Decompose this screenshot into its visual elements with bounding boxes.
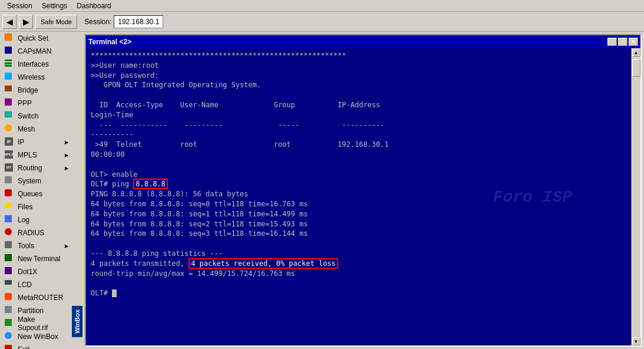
sidebar-item-log[interactable]: Log <box>0 213 72 226</box>
sidebar-item-meta-router[interactable]: MetaROUTER <box>0 291 72 304</box>
sidebar-label-lcd: LCD <box>18 281 32 289</box>
forward-icon: ▶ <box>23 17 29 27</box>
menu-session[interactable]: Session <box>2 1 37 11</box>
system-icon <box>5 176 14 186</box>
switch-icon <box>5 111 14 121</box>
sidebar-label-interfaces: Interfaces <box>18 60 49 68</box>
session-ip: 192.168.30.1 <box>114 15 163 28</box>
sidebar-item-radius[interactable]: RADIUS <box>0 226 72 239</box>
sidebar-item-system[interactable]: System <box>0 174 72 187</box>
sidebar-label-exit: Exit <box>18 345 29 349</box>
sidebar-item-new-terminal[interactable]: New Terminal <box>0 252 72 265</box>
enable-cmd: OLT> enable <box>91 170 137 179</box>
scroll-up-button[interactable]: ▲ <box>632 48 640 57</box>
terminal-minimize-button[interactable]: _ <box>607 38 617 46</box>
terminal-body[interactable]: Foro ISP *******************************… <box>86 48 631 345</box>
sidebar-label-dot1x: Dot1X <box>18 268 37 276</box>
sidebar: Quick Set CAPsMAN Interfaces Wireless Br… <box>0 32 82 349</box>
toolbar: ◀ ▶ Safe Mode Session: 192.168.30.1 <box>0 12 644 32</box>
ping-target-highlight: 8.8.8.8 <box>133 179 168 189</box>
sidebar-label-meta-router: MetaROUTER <box>18 294 63 302</box>
scroll-track[interactable] <box>632 57 640 337</box>
sidebar-label-tools: Tools <box>18 242 34 250</box>
terminal-controls: _ □ ✕ <box>607 38 638 46</box>
make-supout-icon <box>5 319 14 328</box>
sidebar-label-queues: Queues <box>18 190 42 198</box>
sidebar-item-switch[interactable]: Switch <box>0 110 72 123</box>
terminal-maximize-button[interactable]: □ <box>618 38 628 46</box>
sidebar-item-interfaces[interactable]: Interfaces <box>0 58 72 71</box>
login-pass: >>User password: <box>91 71 159 80</box>
sidebar-item-tools[interactable]: Tools <box>0 239 72 252</box>
new-winbox-icon <box>5 332 14 341</box>
ip-icon: IP <box>5 137 14 147</box>
terminal-window: Terminal <2> _ □ ✕ Foro ISP ************… <box>85 34 642 347</box>
sidebar-item-exit[interactable]: Exit <box>0 343 72 349</box>
sidebar-item-make-supout[interactable]: Make Supout.rif <box>0 317 72 330</box>
sidebar-item-files[interactable]: Files <box>0 200 72 213</box>
sidebar-item-mesh[interactable]: Mesh <box>0 123 72 136</box>
sidebar-label-ip: IP <box>18 138 24 146</box>
sidebar-item-queues[interactable]: Queues <box>0 187 72 200</box>
rtt-line: round-trip min/avg/max = 14.499/15.724/1… <box>91 269 295 278</box>
sidebar-label-switch: Switch <box>18 112 38 120</box>
sidebar-label-mpls: MPLS <box>18 151 37 159</box>
ping-line1: PING 8.8.8.8 (8.8.8.8): 56 data bytes <box>91 190 248 198</box>
routing-icon: RT <box>5 163 14 173</box>
sidebar-label-ppp: PPP <box>18 99 32 107</box>
menu-settings[interactable]: Settings <box>37 1 72 11</box>
log-icon <box>5 215 14 225</box>
back-icon: ◀ <box>6 17 13 27</box>
sidebar-label-files: Files <box>18 203 32 211</box>
wireless-icon <box>5 73 14 82</box>
sidebar-label-radius: RADIUS <box>18 229 44 237</box>
forward-button[interactable]: ▶ <box>19 15 33 29</box>
menu-dashboard[interactable]: Dashboard <box>72 1 116 11</box>
session-label: Session: <box>84 18 111 26</box>
terminal-title-area: Terminal <2> <box>88 38 131 46</box>
result-highlight: 4 packets received, 0% packet loss <box>189 258 338 269</box>
sidebar-item-dot1x[interactable]: Dot1X <box>0 265 72 278</box>
lcd-icon <box>5 280 14 289</box>
sidebar-item-routing[interactable]: RT Routing <box>0 162 72 174</box>
sidebar-label-new-terminal: New Terminal <box>18 255 60 263</box>
winbox-tab[interactable]: WinBox <box>72 306 82 337</box>
files-icon <box>5 202 14 212</box>
sidebar-label-wireless: Wireless <box>18 73 45 81</box>
sidebar-item-ip[interactable]: IP IP <box>0 136 72 149</box>
sidebar-item-mpls[interactable]: MPLS MPLS <box>0 149 72 162</box>
radius-icon <box>5 228 14 238</box>
capsman-icon <box>5 47 14 56</box>
sidebar-item-lcd[interactable]: LCD <box>0 278 72 291</box>
sidebar-item-capsman[interactable]: CAPsMAN <box>0 45 72 58</box>
sidebar-item-ppp[interactable]: PPP <box>0 97 72 110</box>
sidebar-item-new-winbox[interactable]: New WinBox <box>0 330 72 343</box>
main-layout: Quick Set CAPsMAN Interfaces Wireless Br… <box>0 32 644 349</box>
partition-icon <box>5 306 14 315</box>
sidebar-item-bridge[interactable]: Bridge <box>0 84 72 97</box>
ping-line4: 64 bytes from 8.8.8.8: seq=2 ttl=118 tim… <box>91 220 308 228</box>
sidebar-label-capsman: CAPsMAN <box>18 47 51 55</box>
terminal-close-button[interactable]: ✕ <box>629 38 638 46</box>
menu-bar: Session Settings Dashboard <box>0 0 644 12</box>
sidebar-label-partition: Partition <box>18 307 44 315</box>
sidebar-item-wireless[interactable]: Wireless <box>0 71 72 84</box>
terminal-title: Terminal <2> <box>88 38 131 46</box>
safe-mode-button[interactable]: Safe Mode <box>35 15 77 29</box>
ping-line3: 64 bytes from 8.8.8.8: seq=1 ttl=118 tim… <box>91 210 308 218</box>
quick-set-icon <box>5 34 14 43</box>
sidebar-label-new-winbox: New WinBox <box>18 332 58 341</box>
back-button[interactable]: ◀ <box>2 15 16 29</box>
login-user: >>User name:root <box>91 61 159 70</box>
cursor <box>112 289 117 297</box>
sidebar-item-quick-set[interactable]: Quick Set <box>0 32 72 45</box>
result-line: 4 packets transmitted, 4 packets receive… <box>91 258 338 269</box>
scroll-thumb[interactable] <box>632 59 640 77</box>
ping-line5: 64 bytes from 8.8.8.8: seq=3 ttl=118 tim… <box>91 229 308 238</box>
mesh-icon <box>5 124 14 134</box>
sidebar-label-system: System <box>18 177 41 185</box>
sidebar-label-make-supout: Make Supout.rif <box>18 315 67 332</box>
scroll-down-button[interactable]: ▼ <box>632 337 640 345</box>
ping-command-line: OLT# ping 8.8.8.8 <box>91 179 168 189</box>
sidebar-label-bridge: Bridge <box>18 86 38 94</box>
